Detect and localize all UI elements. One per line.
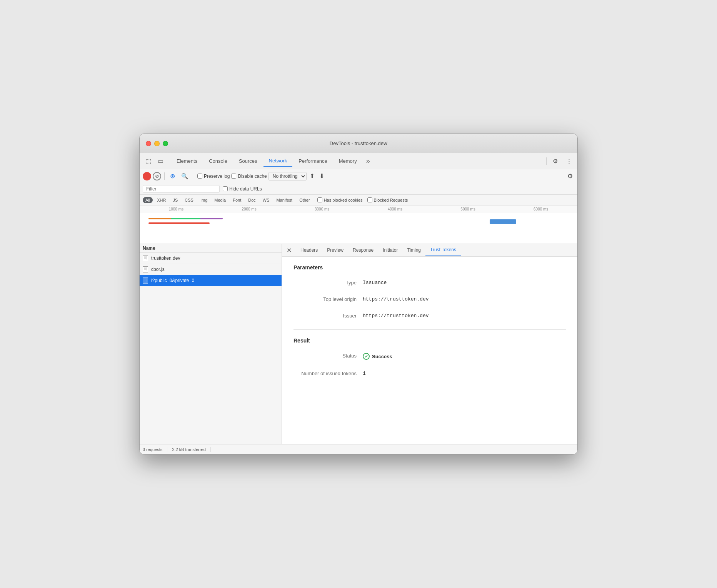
clear-button[interactable]: ⊘ [153, 172, 161, 180]
minimize-button[interactable] [154, 141, 160, 146]
has-blocked-cookies[interactable]: Has blocked cookies [317, 197, 363, 202]
detail-tabs: ✕ Headers Preview Response Initiator Tim… [282, 244, 577, 257]
type-row: Type Issuance [293, 280, 566, 286]
tab-sources[interactable]: Sources [233, 156, 263, 166]
issuer-label: Issuer [293, 313, 363, 319]
tab-memory[interactable]: Memory [333, 156, 362, 166]
type-btn-all[interactable]: All [143, 197, 153, 203]
disable-cache-checkbox[interactable] [231, 174, 236, 179]
settings-icon-button[interactable]: ⚙ [550, 156, 560, 167]
record-button[interactable] [143, 172, 151, 180]
type-btn-font[interactable]: Font [230, 197, 244, 203]
network-toolbar: ⊘ ⊛ 🔍 Preserve log Disable cache No thro… [140, 169, 577, 183]
type-label: Type [293, 280, 363, 286]
type-btn-manifest[interactable]: Manifest [274, 197, 295, 203]
maximize-button[interactable] [163, 141, 168, 146]
main-tabs: ⬚ ▭ Elements Console Sources Network Per… [140, 153, 577, 169]
tab-elements[interactable]: Elements [171, 156, 203, 166]
issuer-value: https://trusttoken.dev [363, 313, 429, 319]
tab-console[interactable]: Console [203, 156, 233, 166]
blocked-requests[interactable]: Blocked Requests [367, 197, 408, 202]
toolbar-icons: ⬚ ▭ [143, 156, 166, 167]
preserve-log-label[interactable]: Preserve log [197, 174, 230, 179]
request-list-header: Name [140, 244, 282, 253]
svg-rect-4 [144, 267, 147, 271]
hide-data-urls-label[interactable]: Hide data URLs [223, 186, 262, 192]
detail-tab-headers[interactable]: Headers [296, 244, 322, 256]
tick-5: 5000 ms [432, 207, 505, 211]
type-value: Issuance [363, 280, 387, 286]
divider1 [164, 172, 165, 180]
tokens-label: Number of issued tokens [293, 371, 363, 376]
tab-network[interactable]: Network [263, 155, 293, 167]
detail-tab-preview[interactable]: Preview [322, 244, 348, 256]
request-item-trusttoken[interactable]: trusttoken.dev [140, 253, 282, 264]
status-bar: 3 requests 2.2 kB transferred [140, 444, 577, 454]
parameters-section-title: Parameters [293, 264, 566, 271]
type-btn-media[interactable]: Media [212, 197, 228, 203]
traffic-lights [146, 141, 168, 146]
type-btn-doc[interactable]: Doc [245, 197, 258, 203]
issuer-row: Issuer https://trusttoken.dev [293, 313, 566, 319]
status-text: Success [372, 354, 392, 359]
tick-1: 1000 ms [140, 207, 213, 211]
requests-count: 3 requests [143, 447, 167, 452]
request-item-issue[interactable]: i?public=0&private=0 [140, 275, 282, 286]
tick-2: 2000 ms [213, 207, 286, 211]
throttle-select[interactable]: No throttling [268, 172, 307, 180]
device-icon-button[interactable]: ▭ [155, 156, 166, 167]
tokens-value: 1 [363, 371, 366, 376]
divider2 [194, 172, 194, 180]
close-panel-button[interactable]: ✕ [285, 246, 293, 254]
preserve-log-checkbox[interactable] [197, 174, 202, 179]
type-btn-css[interactable]: CSS [182, 197, 196, 203]
section-divider [293, 329, 566, 330]
waterfall-bar-3 [490, 219, 516, 224]
tick-6: 6000 ms [504, 207, 577, 211]
search-button[interactable]: 🔍 [179, 172, 191, 181]
hide-data-urls-checkbox[interactable] [223, 186, 228, 191]
right-icons: ⚙ ⋮ [546, 156, 574, 167]
type-btn-ws[interactable]: WS [260, 197, 272, 203]
request-icon-issue [143, 277, 148, 284]
type-btn-other[interactable]: Other [297, 197, 313, 203]
status-row: Status ✓ Success [293, 353, 566, 360]
request-icon-cbor [143, 266, 148, 272]
cursor-icon-button[interactable]: ⬚ [143, 156, 153, 167]
devtools-window: DevTools - trusttoken.dev/ ⬚ ▭ Elements … [139, 134, 578, 454]
detail-panel: ✕ Headers Preview Response Initiator Tim… [282, 244, 577, 444]
type-btn-img[interactable]: Img [198, 197, 210, 203]
transferred-size: 2.2 kB transferred [167, 447, 210, 452]
more-options-button[interactable]: ⋮ [564, 156, 574, 167]
request-list: Name trusttoken.dev cbor.js i?public=0&p… [140, 244, 282, 444]
svg-rect-0 [144, 256, 147, 260]
waterfall-bar-1 [148, 218, 223, 219]
timeline-ruler: 1000 ms 2000 ms 3000 ms 4000 ms 5000 ms … [140, 205, 577, 213]
filter-bar: Hide data URLs [140, 183, 577, 195]
type-btn-js[interactable]: JS [170, 197, 180, 203]
timeline: 1000 ms 2000 ms 3000 ms 4000 ms 5000 ms … [140, 205, 577, 244]
timeline-chart [140, 213, 577, 240]
network-settings-button[interactable]: ⚙ [566, 172, 574, 180]
disable-cache-label[interactable]: Disable cache [231, 174, 267, 179]
detail-tab-timing[interactable]: Timing [402, 244, 425, 256]
detail-tab-trust-tokens[interactable]: Trust Tokens [425, 244, 461, 256]
tab-performance[interactable]: Performance [293, 156, 332, 166]
download-icon-button[interactable]: ⬇ [318, 172, 326, 180]
filter-input[interactable] [143, 185, 220, 193]
request-name-issue: i?public=0&private=0 [151, 278, 278, 283]
type-btn-xhr[interactable]: XHR [154, 197, 168, 203]
filter-button[interactable]: ⊛ [168, 171, 177, 181]
type-filter-bar: All XHR JS CSS Img Media Font Doc WS Man… [140, 195, 577, 205]
more-tabs-button[interactable]: » [363, 155, 373, 167]
request-name-cbor: cbor.js [151, 267, 278, 272]
upload-icon-button[interactable]: ⬆ [308, 172, 316, 180]
request-icon-trusttoken [143, 255, 148, 261]
has-blocked-cookies-checkbox[interactable] [317, 197, 322, 202]
detail-tab-response[interactable]: Response [348, 244, 378, 256]
close-button[interactable] [146, 141, 151, 146]
success-icon: ✓ [363, 353, 370, 360]
request-item-cbor[interactable]: cbor.js [140, 264, 282, 275]
detail-tab-initiator[interactable]: Initiator [378, 244, 402, 256]
blocked-requests-checkbox[interactable] [367, 197, 372, 202]
